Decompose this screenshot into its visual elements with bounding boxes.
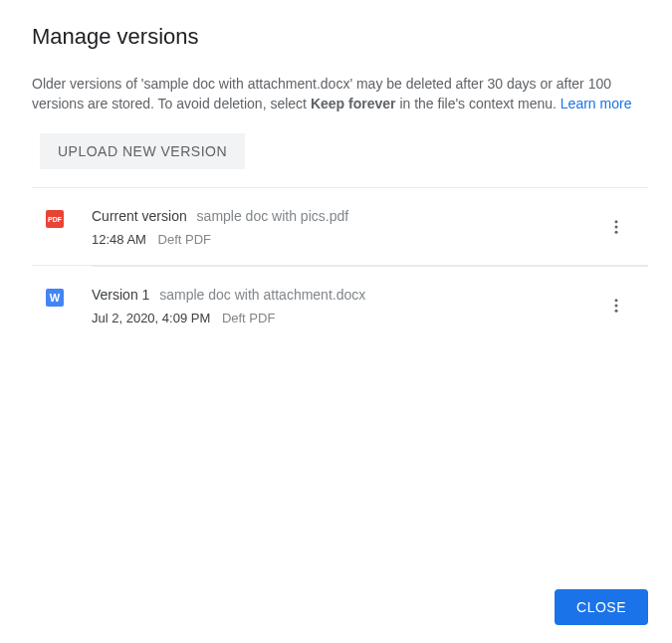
svg-point-2: [615, 230, 618, 233]
svg-point-1: [615, 225, 618, 228]
version-meta: Jul 2, 2020, 4:09 PM Deft PDF: [92, 311, 596, 325]
version-timestamp: Jul 2, 2020, 4:09 PM: [92, 311, 210, 325]
svg-point-5: [615, 309, 618, 312]
dialog-footer: CLOSE: [555, 589, 648, 625]
dialog-description: Older versions of 'sample doc with attac…: [32, 74, 648, 113]
version-filename: sample doc with attachment.docx: [159, 287, 365, 303]
versions-list: PDF Current version sample doc with pics…: [32, 187, 648, 343]
version-meta: 12:48 AM Deft PDF: [92, 232, 596, 247]
version-info: Version 1 sample doc with attachment.doc…: [92, 285, 596, 325]
pdf-file-icon: PDF: [46, 210, 64, 228]
version-header: Current version sample doc with pics.pdf: [92, 206, 596, 226]
svg-point-0: [615, 220, 618, 223]
learn-more-link[interactable]: Learn more: [560, 96, 632, 111]
manage-versions-dialog: Manage versions Older versions of 'sampl…: [0, 0, 672, 343]
version-row-current: PDF Current version sample doc with pics…: [32, 188, 648, 266]
version-row-1: W Version 1 sample doc with attachment.d…: [32, 267, 648, 343]
description-text-post: in the file's context menu.: [396, 96, 560, 111]
svg-point-3: [615, 299, 618, 302]
description-bold: Keep forever: [311, 96, 396, 111]
upload-new-version-button[interactable]: UPLOAD NEW VERSION: [40, 133, 245, 169]
version-label: Current version: [92, 208, 187, 224]
more-vert-icon: [607, 218, 625, 236]
version-info: Current version sample doc with pics.pdf…: [92, 206, 596, 247]
more-vert-icon: [607, 297, 625, 315]
svg-point-4: [615, 304, 618, 307]
more-options-button[interactable]: [596, 286, 636, 325]
version-label: Version 1: [92, 287, 149, 303]
dialog-title: Manage versions: [32, 24, 648, 50]
version-timestamp: 12:48 AM: [92, 232, 146, 247]
word-file-icon: W: [46, 289, 64, 307]
version-user: Deft PDF: [158, 232, 211, 247]
version-user: Deft PDF: [222, 311, 275, 325]
version-filename: sample doc with pics.pdf: [197, 208, 349, 224]
version-header: Version 1 sample doc with attachment.doc…: [92, 285, 596, 305]
close-button[interactable]: CLOSE: [555, 589, 648, 625]
more-options-button[interactable]: [596, 207, 636, 247]
